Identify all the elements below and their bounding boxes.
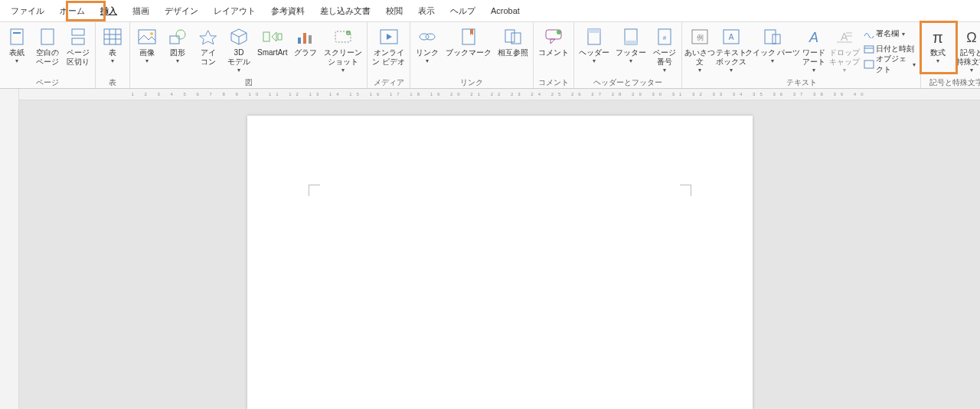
picture-icon <box>137 27 157 47</box>
dropcap-icon: A <box>835 27 854 47</box>
pi-icon: π <box>928 27 948 47</box>
table-icon <box>103 27 122 47</box>
3d-models-button[interactable]: 3D モデル▾ <box>224 24 254 77</box>
group-comments: コメント コメント <box>534 22 574 88</box>
shapes-button[interactable]: 図形▾ <box>162 24 193 77</box>
tab-review[interactable]: 校閲 <box>378 0 410 21</box>
tab-draw[interactable]: 描画 <box>125 0 157 21</box>
drop-cap-button[interactable]: A ドロップ キャップ▾ <box>829 24 861 77</box>
header-icon <box>584 27 604 47</box>
group-label-illustrations: 図 <box>132 77 365 88</box>
ruler-numbers: 1 2 3 4 5 6 7 8 9 10 11 12 13 14 15 16 1… <box>132 92 868 97</box>
chart-icon <box>296 27 315 47</box>
blank-page-icon <box>38 27 57 47</box>
page-number-button[interactable]: # ページ 番号▾ <box>649 24 680 77</box>
cover-page-button[interactable]: 表紙▾ <box>2 24 32 77</box>
table-button[interactable]: 表▾ <box>97 24 128 77</box>
svg-text:π: π <box>933 29 943 46</box>
tab-acrobat[interactable]: Acrobat <box>483 0 528 21</box>
svg-rect-5 <box>104 29 121 44</box>
page-icon <box>7 27 27 47</box>
wordart-button[interactable]: A ワード アート▾ <box>799 24 829 77</box>
svg-point-28 <box>426 34 435 40</box>
smartart-icon <box>263 27 283 47</box>
group-tables: 表▾ 表 <box>96 22 130 88</box>
chart-button[interactable]: グラフ <box>290 24 321 77</box>
group-label-comments: コメント <box>535 77 572 88</box>
footer-button[interactable]: フッター▾ <box>612 24 649 77</box>
blank-page-button[interactable]: 空白の ページ <box>32 24 63 77</box>
cross-reference-button[interactable]: 相互参照 <box>495 24 531 77</box>
margin-corner-tr <box>680 185 691 196</box>
tab-insert[interactable]: 挿入 <box>93 0 125 21</box>
pictures-button[interactable]: 画像▾ <box>132 24 162 77</box>
svg-text:例: 例 <box>696 34 703 41</box>
svg-rect-31 <box>505 30 514 42</box>
svg-marker-26 <box>387 34 392 40</box>
ribbon-tabs: ファイル ホーム 挿入 描画 デザイン レイアウト 参考資料 差し込み文書 校閲… <box>0 0 980 22</box>
bookmark-button[interactable]: ブックマーク <box>443 24 495 77</box>
svg-point-13 <box>176 30 185 39</box>
svg-rect-53 <box>864 46 874 53</box>
quickparts-icon <box>763 27 782 47</box>
comment-button[interactable]: コメント <box>535 24 572 77</box>
screenshot-button[interactable]: + スクリーン ショット▾ <box>321 24 365 77</box>
cube-icon <box>229 27 249 47</box>
svg-rect-1 <box>13 32 21 34</box>
online-video-button[interactable]: オンライ ン ビデオ <box>369 24 408 77</box>
page-break-button[interactable]: ページ 区切り <box>63 24 93 77</box>
tab-help[interactable]: ヘルプ <box>443 0 483 21</box>
horizontal-ruler[interactable]: 1 2 3 4 5 6 7 8 9 10 11 12 13 14 15 16 1… <box>19 89 980 100</box>
page-number-icon: # <box>655 27 675 47</box>
object-icon <box>864 59 874 70</box>
group-label-links: リンク <box>412 77 531 88</box>
icons-icon <box>198 27 218 47</box>
omega-icon: Ω <box>962 27 980 47</box>
svg-point-35 <box>557 30 561 34</box>
group-label-header-footer: ヘッダーとフッター <box>576 77 680 88</box>
group-label-tables: 表 <box>97 77 128 88</box>
svg-marker-17 <box>272 32 276 41</box>
tab-design[interactable]: デザイン <box>157 0 206 21</box>
svg-text:A: A <box>841 31 848 43</box>
signature-line-button[interactable]: 署名欄▾ <box>862 27 917 41</box>
icons-button[interactable]: アイ コン <box>193 24 224 77</box>
svg-text:#: # <box>663 34 667 41</box>
svg-text:Ω: Ω <box>966 30 976 45</box>
group-label-text: テキスト <box>684 77 919 88</box>
group-pages: 表紙▾ 空白の ページ ページ 区切り ページ <box>0 22 96 88</box>
svg-rect-12 <box>170 36 179 44</box>
group-symbols: π 数式▾ Ω 記号と 特殊文字▾ 記号と特殊文字 <box>921 22 980 88</box>
calendar-icon <box>864 44 874 54</box>
symbol-button[interactable]: Ω 記号と 特殊文字▾ <box>953 24 980 77</box>
text-box-button[interactable]: A テキスト ボックス▾ <box>715 24 746 77</box>
smartart-button[interactable]: SmartArt <box>254 24 290 77</box>
svg-rect-4 <box>72 38 84 44</box>
tab-file[interactable]: ファイル <box>3 0 52 21</box>
comment-icon <box>544 27 564 47</box>
quick-parts-button[interactable]: クイック パーツ▾ <box>746 24 799 77</box>
svg-marker-30 <box>470 29 473 35</box>
header-button[interactable]: ヘッダー▾ <box>576 24 612 77</box>
svg-text:A: A <box>808 30 818 45</box>
object-button[interactable]: オブジェクト▾ <box>862 57 917 71</box>
bookmark-icon <box>459 27 479 47</box>
ribbon: 表紙▾ 空白の ページ ページ 区切り ページ <box>0 22 980 89</box>
group-label-symbols: 記号と特殊文字 <box>923 77 980 88</box>
group-illustrations: 画像▾ 図形▾ アイ コン 3D モデル▾ SmartArt グラフ <box>130 22 368 88</box>
link-button[interactable]: リンク▾ <box>412 24 443 77</box>
tab-references[interactable]: 参考資料 <box>263 0 312 21</box>
svg-rect-37 <box>588 29 600 33</box>
document-canvas[interactable] <box>19 100 980 409</box>
svg-rect-18 <box>278 34 282 40</box>
equation-button[interactable]: π 数式▾ <box>923 24 953 77</box>
tab-view[interactable]: 表示 <box>410 0 443 21</box>
tab-home[interactable]: ホーム <box>52 0 93 21</box>
group-text: 例 あいさつ 文▾ A テキスト ボックス▾ クイック パーツ▾ A ワード ア… <box>682 22 921 88</box>
tab-layout[interactable]: レイアウト <box>206 0 263 21</box>
page[interactable] <box>247 116 753 409</box>
greeting-button[interactable]: 例 あいさつ 文▾ <box>684 24 715 77</box>
vertical-ruler[interactable] <box>0 89 19 409</box>
group-label-pages: ページ <box>2 77 93 88</box>
tab-mailings[interactable]: 差し込み文書 <box>312 0 378 21</box>
